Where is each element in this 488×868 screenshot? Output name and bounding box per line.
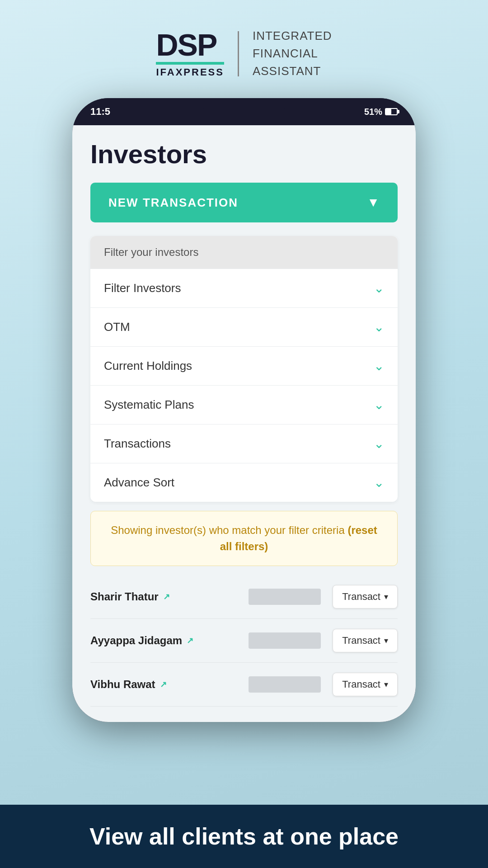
dropdown-arrow-icon: ▼	[367, 195, 380, 210]
filter-transactions-item[interactable]: Transactions ⌄	[90, 424, 398, 463]
filter-info-text: Showing investor(s) who match your filte…	[111, 524, 377, 552]
table-row: Ayyappa Jidagam ↗ Transact ▾	[90, 619, 398, 663]
transact-label-2: Transact	[342, 679, 380, 690]
phone-frame: 11:5 51% Investors NEW TRANSACTION ▼ Fi	[72, 98, 416, 722]
logo-divider	[238, 31, 239, 76]
investor-name-area: Vibhu Rawat ↗	[90, 678, 241, 691]
bottom-tagline-bar: View all clients at one place	[0, 805, 488, 868]
transact-arrow-icon-1: ▾	[384, 636, 388, 646]
investor-pan-blur	[249, 589, 321, 605]
dsp-underline	[156, 62, 224, 65]
external-link-icon[interactable]: ↗	[163, 592, 170, 602]
investor-list: Sharir Thatur ↗ Transact ▾ Ayyappa Jidag…	[90, 575, 398, 707]
filter-holdings-chevron: ⌄	[374, 359, 384, 373]
investor-pan-blur	[249, 676, 321, 693]
tagline-text: View all clients at one place	[89, 823, 399, 849]
investor-name: Sharir Thatur ↗	[90, 590, 241, 603]
filter-advance-sort-chevron: ⌄	[374, 475, 384, 490]
filter-holdings-label: Current Holdings	[104, 359, 192, 373]
external-link-icon[interactable]: ↗	[160, 679, 167, 689]
table-row: Sharir Thatur ↗ Transact ▾	[90, 575, 398, 619]
filter-transactions-label: Transactions	[104, 437, 171, 451]
filter-holdings-item[interactable]: Current Holdings ⌄	[90, 346, 398, 385]
filter-systematic-label: Systematic Plans	[104, 398, 194, 412]
battery-icon	[385, 108, 398, 115]
phone-screen: Investors NEW TRANSACTION ▼ Filter your …	[72, 125, 416, 722]
investor-name-area: Ayyappa Jidagam ↗	[90, 634, 241, 647]
investor-pan-blur	[249, 632, 321, 649]
brand-subtitle: INTEGRATED FINANCIAL ASSISTANT	[253, 27, 332, 80]
new-transaction-label: NEW TRANSACTION	[108, 196, 238, 210]
investor-name: Vibhu Rawat ↗	[90, 678, 241, 691]
phone-notch	[203, 103, 285, 119]
filter-systematic-item[interactable]: Systematic Plans ⌄	[90, 385, 398, 424]
filter-header: Filter your investors	[90, 236, 398, 269]
filter-advance-sort-label: Advance Sort	[104, 476, 174, 490]
filter-investors-chevron: ⌄	[374, 281, 384, 296]
filter-otm-label: OTM	[104, 320, 130, 334]
clock: 11:5	[90, 106, 110, 118]
transact-arrow-icon-2: ▾	[384, 679, 388, 689]
investor-name-area: Sharir Thatur ↗	[90, 590, 241, 603]
transact-label-1: Transact	[342, 635, 380, 646]
filter-otm-chevron: ⌄	[374, 320, 384, 335]
transact-button-2[interactable]: Transact ▾	[333, 673, 398, 696]
filter-transactions-chevron: ⌄	[374, 436, 384, 451]
table-row: Vibhu Rawat ↗ Transact ▾	[90, 663, 398, 707]
filter-investors-item[interactable]: Filter Investors ⌄	[90, 269, 398, 307]
status-bar: 11:5 51%	[72, 98, 416, 125]
dsp-logo: DSP IFAXPRESS	[156, 29, 224, 78]
transact-button-0[interactable]: Transact ▾	[333, 585, 398, 609]
external-link-icon[interactable]: ↗	[187, 636, 193, 646]
page-title-area: Investors	[72, 125, 416, 178]
filter-info-box: Showing investor(s) who match your filte…	[90, 511, 398, 566]
filter-systematic-chevron: ⌄	[374, 397, 384, 412]
filter-investors-label: Filter Investors	[104, 281, 181, 295]
transact-arrow-icon-0: ▾	[384, 592, 388, 602]
filter-header-text: Filter your investors	[104, 246, 198, 258]
investor-name: Ayyappa Jidagam ↗	[90, 634, 241, 647]
filter-section: Filter your investors Filter Investors ⌄…	[90, 236, 398, 502]
logo-area: DSP IFAXPRESS INTEGRATED FINANCIAL ASSIS…	[156, 27, 332, 80]
filter-advance-sort-item[interactable]: Advance Sort ⌄	[90, 463, 398, 502]
dsp-text: DSP	[156, 29, 216, 60]
new-transaction-button[interactable]: NEW TRANSACTION ▼	[90, 183, 398, 222]
transact-button-1[interactable]: Transact ▾	[333, 629, 398, 652]
ifaxpress-text: IFAXPRESS	[156, 66, 224, 78]
page-title: Investors	[90, 139, 398, 169]
battery-status: 51%	[364, 107, 398, 117]
transact-label-0: Transact	[342, 591, 380, 603]
screen-content: Investors NEW TRANSACTION ▼ Filter your …	[72, 125, 416, 722]
filter-otm-item[interactable]: OTM ⌄	[90, 307, 398, 346]
